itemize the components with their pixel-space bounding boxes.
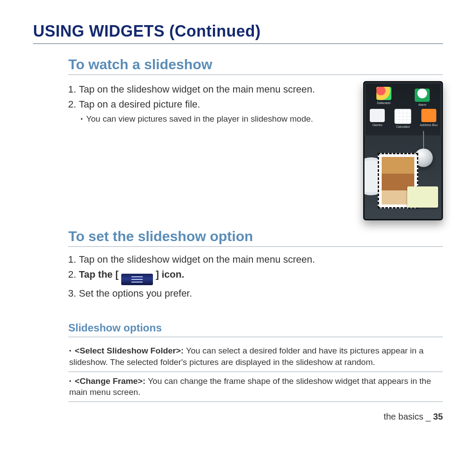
app-icon-alarm: Alarm [413, 87, 431, 106]
icon-label: Address Book [420, 123, 438, 126]
list-item: Set the options you prefer. [79, 287, 443, 300]
option-label: <Select Slideshow Folder>: [75, 346, 186, 355]
menu-icon [121, 274, 153, 285]
divider [68, 337, 443, 337]
alarm-icon [415, 89, 430, 102]
list-item: <Change Frame>: You can change the frame… [68, 372, 443, 402]
section-heading-slideshow-option: To set the slideshow option [68, 228, 443, 247]
step-text: Tap on the slideshow widget on the main … [79, 254, 315, 265]
list-item: Tap on the slideshow widget on the main … [79, 83, 355, 96]
section-heading-slideshow-watch: To watch a slideshow [68, 56, 443, 75]
footer-section: the basics [383, 412, 423, 421]
sticky-note [407, 186, 438, 208]
note-text: You can view pictures saved in the playe… [81, 113, 355, 125]
list-item: <Select Slideshow Folder>: You can selec… [68, 342, 443, 372]
step-suffix: ] icon. [153, 269, 184, 280]
icon-label: Calculator [394, 125, 412, 128]
step-text: Set the options you prefer. [79, 288, 192, 299]
datacasts-icon [376, 87, 391, 100]
icon-label: Games [368, 123, 386, 126]
list-item: Tap on a desired picture file. You can v… [79, 98, 355, 125]
app-icon-games: Games [368, 109, 386, 128]
step-prefix: Tap the [ [79, 269, 121, 280]
list-item: Tap on the slideshow widget on the main … [79, 253, 443, 266]
option-label: <Change Frame>: [75, 376, 148, 386]
step-note: You can view pictures saved in the playe… [81, 113, 355, 125]
games-icon [370, 109, 385, 122]
step-text: Tap on the slideshow widget on the main … [79, 84, 315, 95]
steps-set-slideshow-option: Tap on the slideshow widget on the main … [68, 253, 443, 300]
app-icon-address-book: Address Book [420, 109, 438, 128]
footer-page-number: 35 [433, 412, 443, 421]
step-text: Tap on a desired picture file. [79, 99, 200, 110]
address-book-icon [421, 109, 436, 122]
app-icon-datacasts: Datacasts [375, 87, 393, 106]
slideshow-options-list: <Select Slideshow Folder>: You can selec… [68, 342, 443, 402]
page-footer: the basics _ 35 [68, 412, 443, 422]
icon-label: Datacasts [375, 101, 393, 104]
steps-watch-slideshow: Tap on the slideshow widget on the main … [68, 83, 355, 125]
footer-sep: _ [424, 412, 433, 421]
app-icon-calculator: Calculator [394, 109, 412, 128]
device-screenshot: Datacasts Alarm Games Calculator Address… [363, 81, 443, 220]
calculator-icon [394, 109, 411, 124]
icon-label: Alarm [413, 103, 431, 106]
slideshow-options-heading: Slideshow options [68, 322, 443, 334]
list-item: Tap the [ ] icon. [79, 268, 443, 285]
page-title: USING WIDGETS (Continued) [33, 22, 443, 44]
